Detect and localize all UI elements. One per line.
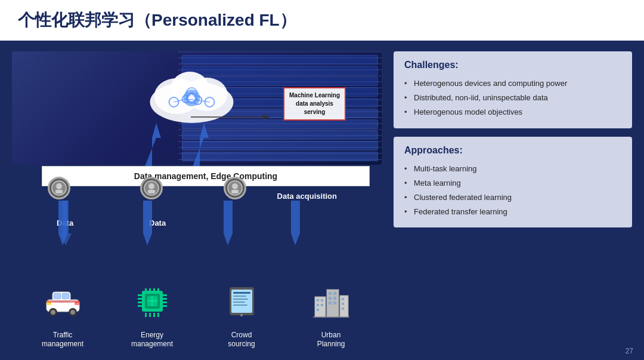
svg-rect-71 bbox=[233, 292, 250, 294]
challenge-3: Heterogenous model objectives bbox=[404, 105, 621, 119]
device-badge-2 bbox=[140, 177, 163, 199]
svg-rect-60 bbox=[153, 288, 155, 293]
energy-label: Energy management bbox=[131, 321, 173, 349]
svg-rect-54 bbox=[163, 294, 167, 296]
icon-urban: Urban Planning bbox=[298, 283, 364, 349]
svg-rect-82 bbox=[317, 304, 319, 306]
svg-rect-87 bbox=[329, 297, 332, 300]
svg-marker-35 bbox=[291, 201, 300, 245]
icons-row: Traffic management bbox=[12, 283, 382, 349]
traffic-icon bbox=[44, 283, 82, 319]
svg-point-42 bbox=[70, 310, 75, 315]
svg-rect-65 bbox=[157, 313, 159, 317]
title-bar: 个性化联邦学习（Personalized FL） bbox=[0, 0, 644, 41]
data-label-1: Data bbox=[57, 219, 73, 227]
svg-rect-47 bbox=[47, 300, 79, 303]
svg-rect-59 bbox=[149, 288, 151, 293]
svg-rect-93 bbox=[342, 307, 344, 310]
device-badge-3 bbox=[224, 177, 246, 199]
svg-rect-83 bbox=[321, 304, 323, 306]
challenge-2: Distributed, non-iid, uninspectable data bbox=[404, 91, 621, 105]
challenges-list: Heterogenous devices and computing power… bbox=[404, 76, 621, 120]
diagram-area: Machine Learning data analysis serving D… bbox=[12, 51, 382, 349]
right-panel: Challenges: Heterogenous devices and com… bbox=[394, 51, 632, 349]
svg-point-25 bbox=[232, 183, 238, 189]
svg-point-22 bbox=[148, 183, 154, 189]
svg-rect-64 bbox=[153, 313, 155, 317]
svg-point-76 bbox=[240, 314, 243, 316]
svg-rect-57 bbox=[163, 305, 167, 307]
edge-computing-bar: Data management, Edge Computing bbox=[42, 166, 370, 186]
svg-rect-52 bbox=[138, 301, 142, 303]
icon-energy: Energy management bbox=[119, 283, 185, 349]
svg-rect-23 bbox=[148, 190, 155, 193]
svg-rect-77 bbox=[315, 297, 326, 317]
svg-rect-63 bbox=[149, 313, 151, 317]
svg-rect-50 bbox=[138, 294, 142, 296]
approaches-list: Multi-task learning Meta learning Cluste… bbox=[404, 162, 621, 220]
traffic-label: Traffic management bbox=[42, 321, 83, 349]
svg-rect-84 bbox=[317, 309, 319, 311]
svg-rect-73 bbox=[233, 299, 248, 300]
approach-1: Multi-task learning bbox=[404, 162, 621, 176]
svg-rect-20 bbox=[55, 190, 63, 193]
page-title: 个性化联邦学习（Personalized FL） bbox=[18, 9, 296, 32]
data-label-2: Data bbox=[149, 219, 166, 227]
svg-rect-58 bbox=[145, 288, 147, 293]
approach-4: Federated transfer learning bbox=[404, 205, 621, 219]
cloud-image bbox=[141, 57, 243, 131]
crowd-icon bbox=[222, 283, 261, 319]
approaches-box: Approaches: Multi-task learning Meta lea… bbox=[394, 137, 632, 228]
challenges-box: Challenges: Heterogenous devices and com… bbox=[394, 51, 632, 128]
svg-rect-55 bbox=[163, 298, 167, 300]
svg-rect-92 bbox=[342, 303, 344, 305]
svg-rect-56 bbox=[163, 301, 167, 303]
challenges-title: Challenges: bbox=[404, 60, 621, 70]
approaches-title: Approaches: bbox=[404, 145, 621, 156]
svg-rect-91 bbox=[342, 298, 344, 300]
data-acquisition-label: Data acquisition bbox=[277, 192, 337, 201]
svg-rect-44 bbox=[62, 293, 69, 299]
ml-label-box: Machine Learning data analysis serving bbox=[283, 87, 346, 121]
svg-rect-26 bbox=[231, 190, 239, 193]
urban-label: Urban Planning bbox=[317, 321, 345, 349]
svg-rect-72 bbox=[233, 296, 246, 297]
approach-2: Meta learning bbox=[404, 176, 621, 190]
svg-rect-80 bbox=[317, 299, 319, 301]
svg-rect-75 bbox=[233, 304, 247, 306]
crowd-label: Crowd sourcing bbox=[228, 321, 255, 349]
svg-rect-61 bbox=[157, 288, 159, 293]
urban-icon bbox=[312, 283, 351, 319]
svg-rect-88 bbox=[333, 297, 336, 300]
device-badge-1 bbox=[48, 177, 70, 199]
svg-rect-43 bbox=[54, 293, 61, 299]
svg-rect-74 bbox=[233, 301, 245, 303]
svg-rect-89 bbox=[329, 301, 332, 304]
svg-rect-53 bbox=[138, 305, 142, 307]
icon-crowd: Crowd sourcing bbox=[209, 283, 274, 349]
svg-point-40 bbox=[51, 310, 55, 315]
svg-rect-62 bbox=[145, 313, 147, 317]
main-content: Machine Learning data analysis serving D… bbox=[0, 41, 644, 360]
svg-point-19 bbox=[56, 183, 62, 189]
energy-icon bbox=[133, 283, 172, 319]
approach-3: Clustered federated learning bbox=[404, 190, 621, 205]
svg-rect-81 bbox=[321, 299, 323, 301]
challenge-1: Heterogenous devices and computing power bbox=[404, 76, 621, 91]
svg-rect-90 bbox=[333, 301, 336, 304]
svg-rect-86 bbox=[333, 292, 336, 295]
svg-rect-51 bbox=[138, 298, 142, 300]
page-number: 27 bbox=[626, 347, 633, 355]
svg-marker-34 bbox=[224, 201, 233, 245]
icon-traffic: Traffic management bbox=[30, 283, 95, 349]
svg-rect-85 bbox=[329, 292, 332, 295]
